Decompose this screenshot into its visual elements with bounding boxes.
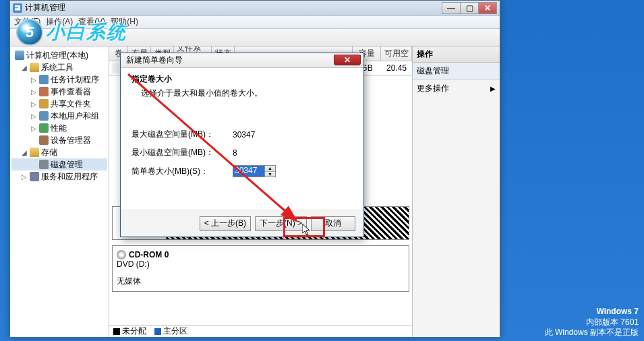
tree-services[interactable]: ▷服务和应用程序 — [11, 170, 107, 183]
next-button[interactable]: 下一步(N) > — [255, 216, 307, 231]
folder-icon — [30, 63, 39, 72]
square-icon — [113, 328, 120, 335]
window-title: 计算机管理 — [25, 2, 65, 13]
cancel-button[interactable]: 取消 — [311, 216, 355, 231]
size-spinner[interactable]: ▲▼ — [265, 165, 276, 177]
max-space-label: 最大磁盘空间量(MB)： — [131, 129, 233, 140]
dialog-heading: 指定卷大小 — [131, 73, 353, 85]
task-icon — [39, 75, 49, 84]
expand-icon[interactable]: ▷ — [30, 100, 37, 108]
more-actions[interactable]: 更多操作▶ — [413, 80, 500, 97]
collapse-icon[interactable]: ◢ — [21, 64, 28, 71]
expand-icon[interactable]: ▷ — [30, 88, 37, 96]
actions-header: 操作 — [413, 46, 500, 63]
event-icon — [39, 87, 49, 96]
logo-circle-icon — [16, 19, 43, 46]
tree-local-users[interactable]: ▷本地用户和组 — [11, 110, 107, 122]
expand-icon[interactable]: ▷ — [30, 76, 37, 84]
volume-size-input[interactable]: 30347 — [233, 165, 265, 177]
device-icon — [39, 135, 49, 145]
dialog-titlebar: 新建简单卷向导 ✕ — [121, 53, 363, 68]
tree-shared-folders[interactable]: ▷共享文件夹 — [11, 98, 107, 110]
chevron-right-icon: ▶ — [490, 85, 496, 92]
tree-disk-management[interactable]: 磁盘管理 — [11, 158, 107, 170]
minimize-button[interactable]: — — [442, 2, 461, 14]
os-build: 内部版本 7601 — [545, 317, 639, 328]
share-icon — [39, 99, 49, 108]
cursor-icon — [302, 224, 313, 237]
min-space-value: 8 — [233, 148, 237, 158]
tree-panel: 计算机管理(本地) ◢系统工具 ▷任务计划程序 ▷事件查看器 ▷共享文件夹 ▷本… — [10, 46, 109, 337]
dialog-title: 新建简单卷向导 — [126, 55, 183, 66]
expand-icon[interactable]: ▷ — [21, 173, 28, 181]
cdrom-block[interactable]: CD-ROM 0 DVD (D:) 无媒体 — [112, 245, 409, 292]
computer-icon — [15, 51, 24, 60]
spinner-down-icon[interactable]: ▼ — [265, 172, 275, 177]
cd-icon — [117, 250, 126, 259]
cdrom-status: 无媒体 — [117, 276, 405, 287]
users-icon — [39, 111, 49, 121]
os-genuine: 此 Windows 副本不是正版 — [545, 328, 639, 338]
folder-icon — [30, 148, 39, 157]
actions-panel: 操作 磁盘管理 更多操作▶ — [412, 46, 500, 337]
legend-unallocated: 未分配 — [113, 326, 146, 337]
watermark-logo: 小白系统 — [16, 19, 127, 46]
perf-icon — [39, 123, 49, 133]
app-icon — [13, 3, 22, 13]
tree-device-manager[interactable]: 设备管理器 — [11, 134, 107, 146]
desktop-watermark: Windows 7 内部版本 7601 此 Windows 副本不是正版 — [545, 307, 639, 338]
legend-primary: 主分区 — [154, 326, 187, 337]
collapse-icon[interactable]: ◢ — [21, 149, 28, 156]
max-space-value: 30347 — [233, 130, 255, 140]
tree-task-scheduler[interactable]: ▷任务计划程序 — [11, 73, 107, 86]
expand-icon[interactable]: ▷ — [30, 125, 37, 132]
volume-size-label: 简单卷大小(MB)(S)： — [131, 166, 233, 177]
tree-root[interactable]: 计算机管理(本地) — [11, 49, 107, 61]
cdrom-title: CD-ROM 0 — [129, 250, 169, 259]
close-button[interactable]: ✕ — [478, 2, 497, 14]
square-icon — [154, 328, 161, 335]
disk-icon — [39, 160, 49, 169]
dialog-close-button[interactable]: ✕ — [334, 55, 361, 65]
legend: 未分配 主分区 — [109, 325, 412, 337]
new-simple-volume-wizard: 新建简单卷向导 ✕ 指定卷大小 选择介于最大和最小值的卷大小。 最大磁盘空间量(… — [120, 53, 364, 237]
tree-systools[interactable]: ◢系统工具 — [11, 61, 107, 73]
col-free[interactable]: 可用空 — [381, 46, 412, 61]
titlebar: 计算机管理 — ▢ ✕ — [10, 1, 500, 16]
dialog-subtext: 选择介于最大和最小值的卷大小。 — [141, 88, 353, 99]
actions-section: 磁盘管理 — [413, 63, 500, 80]
tree-performance[interactable]: ▷性能 — [11, 122, 107, 134]
row-free: 20.45 — [381, 63, 412, 73]
tree-event-viewer[interactable]: ▷事件查看器 — [11, 86, 107, 98]
os-name: Windows 7 — [545, 307, 639, 317]
min-space-label: 最小磁盘空间量(MB)： — [131, 147, 233, 158]
logo-text: 小白系统 — [46, 20, 127, 45]
tree-storage[interactable]: ◢存储 — [11, 146, 107, 158]
spinner-up-icon[interactable]: ▲ — [265, 166, 275, 172]
expand-icon[interactable]: ▷ — [30, 113, 37, 120]
back-button[interactable]: < 上一步(B) — [200, 216, 251, 231]
service-icon — [30, 172, 39, 181]
maximize-button[interactable]: ▢ — [460, 2, 479, 14]
cdrom-drive-letter: DVD (D:) — [117, 259, 405, 269]
